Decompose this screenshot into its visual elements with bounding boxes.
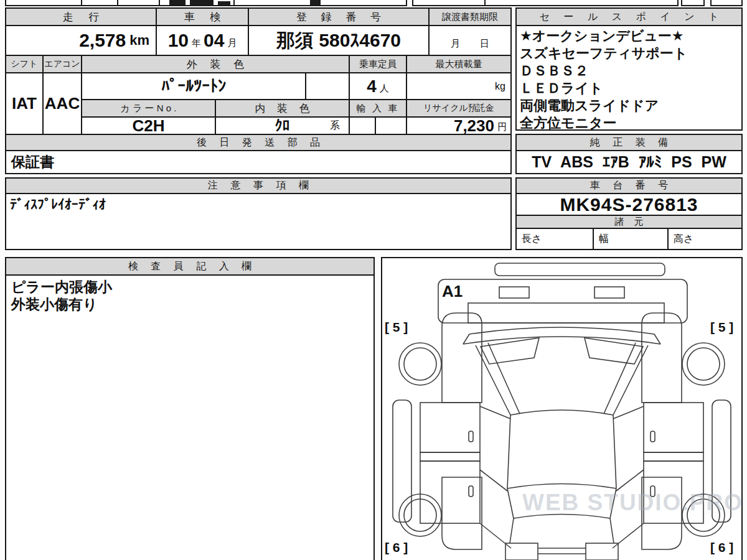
transfer-day-unit: 日 <box>480 38 489 50</box>
wheel-front-right <box>682 343 725 385</box>
sales-point-line: スズキセーフティサポート <box>520 45 741 62</box>
cutoff-cell <box>5 0 82 6</box>
mileage-value: 2,578 km <box>5 25 157 56</box>
import-header: 輸 入 車 <box>349 99 407 118</box>
inspector-box: 検 査 員 記 入 欄 ピラー内張傷小 外装小傷有り <box>5 257 375 560</box>
inspection-year: 10 <box>168 30 189 51</box>
transfer-month-unit: 月 <box>451 38 460 50</box>
exterior-color-empty-cell <box>305 72 350 100</box>
registration-value: 那須 580ｽ4670 <box>248 25 430 56</box>
headlight-left <box>499 287 529 298</box>
cut-off-text-fragment <box>169 0 186 5</box>
import-empty-cell-2 <box>375 116 407 135</box>
color-no-value: C2H <box>81 116 216 135</box>
b-pillar-right <box>644 452 703 461</box>
transfer-deadline-header: 譲渡書類期限 <box>428 7 512 26</box>
wheel-front-left <box>399 343 441 385</box>
notes-header: 注 意 事 項 欄 <box>5 177 512 194</box>
later-parts-header: 後 日 発 送 部 品 <box>5 134 512 151</box>
notes-line: ﾃﾞｨｽﾌﾟﾚｲｵｰﾃﾞｨｵ <box>6 194 510 213</box>
interior-color-suffix: 系 <box>330 119 340 133</box>
interior-color-name: ｸﾛ <box>275 117 290 134</box>
wheel-label-rear-left: [ 6 ] <box>385 540 408 554</box>
cutoff-cell <box>81 0 118 6</box>
front-door-left <box>420 403 480 452</box>
inspector-line: ピラー内張傷小 <box>11 278 374 296</box>
cutoff-cell <box>117 0 160 6</box>
recycle-header: リサイクル預託金 <box>406 99 512 118</box>
roof-front-edge <box>510 410 613 415</box>
transfer-deadline-value: 月 日 <box>428 25 512 56</box>
shift-value: IAT <box>5 72 44 135</box>
cutoff-cell <box>484 0 679 6</box>
recycle-amount: 7,230 <box>454 116 494 136</box>
sales-points-box: ★オークションデビュー★ スズキセーフティサポート ＤＳＢＳ２ ＬＥＤライト 両… <box>515 25 743 131</box>
color-no-header: カ ラ ー N o . <box>81 99 216 118</box>
rear-gate-sides <box>510 518 614 543</box>
wheel-front-left-inner <box>404 348 436 380</box>
capacity-unit: 人 <box>380 83 389 95</box>
inspection-header: 車 検 <box>156 7 249 26</box>
chassis-header: 車 台 番 号 <box>515 177 743 194</box>
mileage-unit: km <box>129 32 149 49</box>
door-handle <box>469 431 473 442</box>
tail-light-left <box>505 543 538 560</box>
capacity-value: 4 人 <box>349 72 407 100</box>
exterior-color-value: ﾊﾟｰﾙﾂｰﾄﾝ <box>81 72 306 100</box>
door-handle <box>469 486 473 497</box>
interior-color-value: ｸﾛ 系 <box>215 116 350 135</box>
sales-point-line: 両側電動スライドドア <box>520 97 741 114</box>
rear-bumper-lines <box>538 548 586 554</box>
cutoff-cell <box>681 0 705 6</box>
sales-point-line: ＤＳＢＳ２ <box>520 62 741 80</box>
rear-fender-left <box>442 477 482 549</box>
wheel-label-front-left: [ 5 ] <box>385 320 408 334</box>
front-bumper <box>495 263 665 276</box>
max-load-value: kg <box>406 72 512 100</box>
sales-point-line: ★オークションデビュー★ <box>520 27 741 45</box>
inspector-lines: ピラー内張傷小 外装小傷有り <box>6 276 374 313</box>
cut-off-text-fragment <box>218 1 230 5</box>
cutoff-cell <box>412 0 486 6</box>
hood-panel <box>438 279 687 323</box>
wheel-label-front-right: [ 5 ] <box>710 320 733 334</box>
cowl-arc-end <box>463 334 660 344</box>
cut-off-text-fragment <box>310 0 321 5</box>
inspection-value: 10 年 04 月 <box>156 25 249 56</box>
cowl-arc <box>463 337 660 344</box>
spec-height-cell: 高さ <box>667 228 743 250</box>
sales-points-header: セ ー ル ス ポ イ ン ト <box>515 7 743 26</box>
import-empty-cell-1 <box>349 116 376 135</box>
equipment-value: TV ABS ｴｱB ｱﾙﾐ PS PW <box>515 150 743 174</box>
recycle-unit: 円 <box>497 121 507 133</box>
spec-width-cell: 幅 <box>593 228 669 250</box>
capacity-header: 乗車定員 <box>349 55 407 73</box>
cowl-panel <box>468 303 664 323</box>
inspector-header: 検 査 員 記 入 欄 <box>6 258 374 276</box>
headlight-right <box>594 287 624 298</box>
watermark: WEB STUDIO.PRO <box>522 490 743 516</box>
front-door-right <box>644 403 703 452</box>
aircon-value: AAC <box>42 72 82 135</box>
cutoff-cell <box>710 0 743 6</box>
hood-damage-code: A1 <box>442 282 463 301</box>
exterior-color-header: 外 装 色 <box>81 55 350 73</box>
b-pillar-left <box>420 452 480 461</box>
wiper-left <box>481 338 539 364</box>
max-load-unit: kg <box>495 81 505 92</box>
pillar-links-left <box>480 406 511 548</box>
spec-length-cell: 長さ <box>515 228 594 250</box>
interior-color-header: 内 装 色 <box>215 99 350 118</box>
wiper-right <box>585 338 643 364</box>
specs-header: 諸 元 <box>515 215 743 229</box>
capacity-number: 4 <box>367 77 377 96</box>
tail-light-right <box>586 543 618 560</box>
shift-header: シフト <box>5 55 44 73</box>
cowl-arc <box>469 327 654 334</box>
notes-box: ﾃﾞｨｽﾌﾟﾚｲｵｰﾃﾞｨｵ <box>5 193 512 250</box>
slide-door-left <box>420 461 480 523</box>
max-load-header: 最大積載量 <box>406 55 512 73</box>
front-fender-left <box>442 313 482 403</box>
later-parts-value: 保証書 <box>5 150 512 174</box>
chassis-value: MK94S-276813 <box>515 193 743 216</box>
